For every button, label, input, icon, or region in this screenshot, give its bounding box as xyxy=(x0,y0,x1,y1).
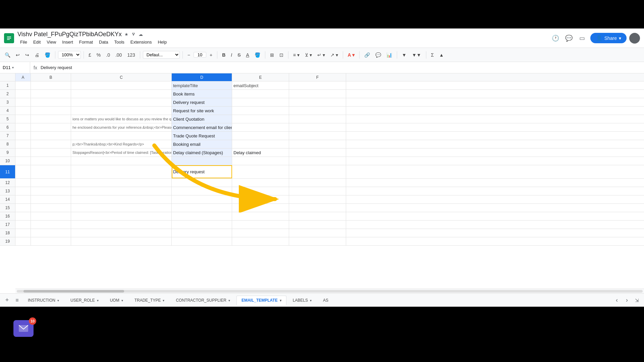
cell-e15[interactable] xyxy=(232,204,289,212)
cell-d4[interactable]: Request for site work xyxy=(172,107,232,115)
format-decrease-button[interactable]: .0 xyxy=(104,51,112,59)
col-header-e[interactable]: E xyxy=(232,73,289,81)
italic-button[interactable]: I xyxy=(229,51,234,59)
currency-button[interactable]: £ xyxy=(87,51,93,59)
font-select[interactable]: Defaul... xyxy=(143,51,180,59)
cell-e16[interactable] xyxy=(232,212,289,220)
filter-views-button[interactable]: ▼▼ xyxy=(410,51,423,59)
cell-b8[interactable] xyxy=(31,140,71,148)
wrap-button[interactable]: ↵ ▾ xyxy=(315,51,327,59)
cell-a17[interactable] xyxy=(15,221,31,229)
tab-as[interactable]: AS xyxy=(318,296,333,305)
tab-nav-expand[interactable]: ⇲ xyxy=(633,296,641,305)
cell-f5[interactable] xyxy=(289,115,346,123)
font-size-decrease-button[interactable]: − xyxy=(185,51,192,59)
cell-b16[interactable] xyxy=(31,212,71,220)
cell-b10[interactable] xyxy=(31,157,71,165)
cell-d12[interactable] xyxy=(172,179,232,187)
cell-d14[interactable] xyxy=(172,195,232,203)
cell-f17[interactable] xyxy=(289,221,346,229)
cell-c4[interactable] xyxy=(71,107,172,115)
redo-button[interactable]: ↪ xyxy=(23,51,31,59)
cell-reference[interactable]: D11 xyxy=(3,65,11,70)
menu-file[interactable]: File xyxy=(17,39,30,46)
link-button[interactable]: 🔗 xyxy=(362,51,372,59)
menu-format[interactable]: Format xyxy=(76,39,96,46)
cell-e8[interactable] xyxy=(232,140,289,148)
cell-a15[interactable] xyxy=(15,204,31,212)
cell-a11[interactable] xyxy=(15,165,31,178)
cell-c17[interactable] xyxy=(71,221,172,229)
history-icon[interactable]: 🕐 xyxy=(550,33,561,44)
cell-f7[interactable] xyxy=(289,132,346,140)
cell-c11[interactable] xyxy=(71,165,172,178)
collapse-button[interactable]: ▲ xyxy=(437,51,446,59)
cell-b15[interactable] xyxy=(31,204,71,212)
cell-c14[interactable] xyxy=(71,195,172,203)
cell-e10[interactable] xyxy=(232,157,289,165)
filter-button[interactable]: ▼ xyxy=(400,51,409,59)
cell-c3[interactable] xyxy=(71,98,172,106)
cell-a13[interactable] xyxy=(15,187,31,195)
cell-c15[interactable] xyxy=(71,204,172,212)
cell-ref-chevron[interactable]: ▾ xyxy=(12,66,14,69)
tab-user-role[interactable]: USER_ROLE ▾ xyxy=(65,296,104,305)
cell-d1[interactable]: templateTilte xyxy=(172,81,232,89)
search-button[interactable]: 🔍 xyxy=(3,51,12,59)
cell-a19[interactable] xyxy=(15,237,31,245)
cell-c5[interactable]: ions or matters you would like to discus… xyxy=(71,115,172,123)
cell-d16[interactable] xyxy=(172,212,232,220)
cell-a16[interactable] xyxy=(15,212,31,220)
cell-c7[interactable] xyxy=(71,132,172,140)
cell-f3[interactable] xyxy=(289,98,346,106)
undo-button[interactable]: ↩ xyxy=(14,51,22,59)
tab-nav-left[interactable]: ‹ xyxy=(612,296,621,305)
horizontal-scrollbar[interactable] xyxy=(15,289,644,293)
cell-b9[interactable] xyxy=(31,148,71,157)
cell-a4[interactable] xyxy=(15,107,31,115)
cell-f13[interactable] xyxy=(289,187,346,195)
tab-labels[interactable]: LABELS ▾ xyxy=(288,296,317,305)
cell-b1[interactable] xyxy=(31,81,71,89)
percent-button[interactable]: % xyxy=(95,51,103,59)
cell-e7[interactable] xyxy=(232,132,289,140)
cell-f8[interactable] xyxy=(289,140,346,148)
paint-format-button[interactable]: 🪣 xyxy=(43,51,52,59)
cell-f14[interactable] xyxy=(289,195,346,203)
cell-c18[interactable] xyxy=(71,229,172,237)
cell-a7[interactable] xyxy=(15,132,31,140)
cell-e5[interactable] xyxy=(232,115,289,123)
tab-uom[interactable]: UOM ▾ xyxy=(105,296,128,305)
cell-a5[interactable] xyxy=(15,115,31,123)
doc-title[interactable]: Vishv Patel_FPuPgQizTPbibAOeDKYx xyxy=(17,31,122,38)
menu-view[interactable]: View xyxy=(44,39,59,46)
chart-button[interactable]: 📊 xyxy=(384,51,394,59)
cell-a3[interactable] xyxy=(15,98,31,106)
cell-f16[interactable] xyxy=(289,212,346,220)
merge-button[interactable]: ⊡ xyxy=(277,51,285,59)
cell-b13[interactable] xyxy=(31,187,71,195)
cell-a12[interactable] xyxy=(15,179,31,187)
comment-icon[interactable]: 💬 xyxy=(564,33,574,44)
cell-f10[interactable] xyxy=(289,157,346,165)
tab-email-template[interactable]: EMAIL_TEMPLATE ▾ xyxy=(236,296,286,305)
cell-a8[interactable] xyxy=(15,140,31,148)
cell-f11[interactable] xyxy=(289,165,346,178)
cell-e6[interactable] xyxy=(232,123,289,131)
cell-d18[interactable] xyxy=(172,229,232,237)
menu-extensions[interactable]: Extensions xyxy=(128,39,155,46)
font-size-increase-button[interactable]: + xyxy=(208,51,214,59)
cell-a18[interactable] xyxy=(15,229,31,237)
fill-color-button[interactable]: 🪣 xyxy=(253,51,262,59)
cell-a2[interactable] xyxy=(15,90,31,98)
cell-f18[interactable] xyxy=(289,229,346,237)
cell-d3[interactable]: Delivery request xyxy=(172,98,232,106)
cell-c2[interactable] xyxy=(71,90,172,98)
number-format-button[interactable]: 123 xyxy=(125,51,137,59)
tab-trade-type[interactable]: TRADE_TYPE ▾ xyxy=(129,296,170,305)
underline-button[interactable]: A xyxy=(244,51,251,59)
cell-b12[interactable] xyxy=(31,179,71,187)
cell-b18[interactable] xyxy=(31,229,71,237)
cell-b19[interactable] xyxy=(31,237,71,245)
cell-f15[interactable] xyxy=(289,204,346,212)
